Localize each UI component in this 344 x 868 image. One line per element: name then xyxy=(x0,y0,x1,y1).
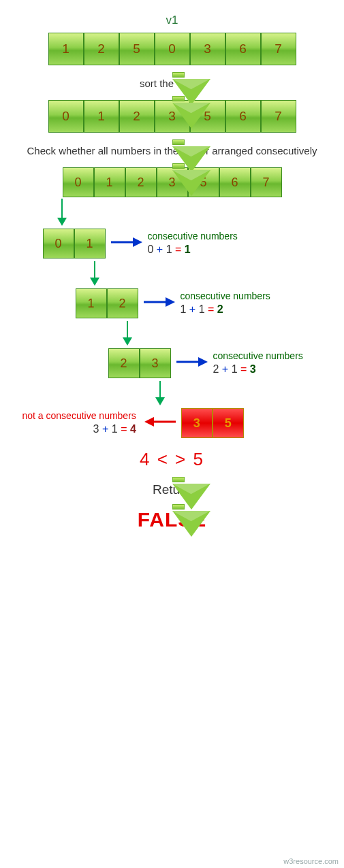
cell: 1 xyxy=(84,100,119,133)
eq-op: + xyxy=(189,303,196,315)
step-label: consecutive numbers xyxy=(213,350,303,363)
eq-eq: = xyxy=(208,303,214,315)
cell: 0 xyxy=(43,229,74,258)
cell: 1 xyxy=(94,167,125,197)
cell: 6 xyxy=(225,100,261,133)
cell: 7 xyxy=(261,100,296,133)
eq-b: 1 xyxy=(112,423,118,435)
svg-marker-3 xyxy=(133,237,142,247)
svg-marker-7 xyxy=(166,297,175,307)
arrow-down-thin-icon xyxy=(88,261,322,286)
eq-a: 0 xyxy=(148,244,154,255)
cell: 1 xyxy=(76,288,107,318)
svg-marker-15 xyxy=(144,417,154,427)
step-row: 0 1 consecutive numbers 0 + 1 = 1 xyxy=(43,229,322,258)
step-label: not a consecutive numbers xyxy=(22,410,136,422)
step-explanation-fail: not a consecutive numbers 3 + 1 = 4 xyxy=(22,410,136,436)
svg-marker-13 xyxy=(155,397,165,405)
eq-a: 1 xyxy=(181,303,187,315)
cell: 2 xyxy=(107,288,138,318)
cell-fail: 3 xyxy=(181,408,213,438)
cell: 0 xyxy=(63,167,94,197)
vector-title: v1 xyxy=(0,14,344,27)
cell: 5 xyxy=(119,33,155,65)
svg-marker-1 xyxy=(57,218,67,226)
cell: 0 xyxy=(48,100,84,133)
eq-r: 4 xyxy=(130,423,136,435)
eq-eq: = xyxy=(175,244,181,255)
cell: 0 xyxy=(155,33,190,65)
eq-b: 1 xyxy=(232,363,238,375)
step-explanation: consecutive numbers 2 + 1 = 3 xyxy=(213,350,303,376)
cell: 1 xyxy=(48,33,84,65)
svg-marker-9 xyxy=(123,337,132,346)
cell: 1 xyxy=(74,229,106,258)
neq-sym: < > xyxy=(157,449,187,469)
cell: 6 xyxy=(219,167,251,197)
eq-op: + xyxy=(102,423,108,435)
arrow-down-thin-icon xyxy=(55,199,322,226)
svg-marker-5 xyxy=(90,278,99,286)
eq-op: + xyxy=(222,363,228,375)
cell: 2 xyxy=(84,33,119,65)
arrow-left-icon xyxy=(144,415,176,431)
eq-a: 3 xyxy=(93,423,99,435)
eq-b: 1 xyxy=(166,244,172,255)
step-label: consecutive numbers xyxy=(181,290,270,303)
cell: 2 xyxy=(108,348,140,378)
arrow-down-thin-icon xyxy=(153,381,322,405)
step-label: consecutive numbers xyxy=(148,231,238,243)
eq-eq: = xyxy=(121,423,127,435)
step-explanation: consecutive numbers 1 + 1 = 2 xyxy=(181,290,270,316)
cell: 3 xyxy=(140,348,171,378)
svg-marker-11 xyxy=(198,357,208,367)
step-row: 2 3 consecutive numbers 2 + 1 = 3 xyxy=(108,348,322,378)
vector-original: 1 2 5 0 3 6 7 xyxy=(0,33,344,65)
cell: 2 xyxy=(119,100,155,133)
step-row: 1 2 consecutive numbers 1 + 1 = 2 xyxy=(76,288,322,318)
inequality: 4 < > 5 xyxy=(0,449,344,470)
cell: 7 xyxy=(261,33,296,65)
cell: 6 xyxy=(225,33,261,65)
eq-op: + xyxy=(157,244,163,255)
step-explanation: consecutive numbers 0 + 1 = 1 xyxy=(148,231,238,256)
neq-left: 4 xyxy=(140,449,151,469)
eq-r: 2 xyxy=(217,303,223,315)
cell-fail: 5 xyxy=(213,408,244,438)
cell: 7 xyxy=(251,167,282,197)
arrow-right-icon xyxy=(144,295,175,312)
eq-r: 3 xyxy=(250,363,256,375)
neq-right: 5 xyxy=(193,449,204,469)
eq-eq: = xyxy=(240,363,247,375)
cell: 3 xyxy=(190,33,225,65)
step-row-fail: not a consecutive numbers 3 + 1 = 4 3 5 xyxy=(22,408,322,438)
eq-a: 2 xyxy=(213,363,219,375)
eq-r: 1 xyxy=(185,244,191,255)
arrow-right-icon xyxy=(176,355,208,371)
arrow-down-thin-icon xyxy=(121,321,322,346)
arrow-right-icon xyxy=(111,235,142,252)
cell: 2 xyxy=(125,167,157,197)
eq-b: 1 xyxy=(199,303,205,315)
